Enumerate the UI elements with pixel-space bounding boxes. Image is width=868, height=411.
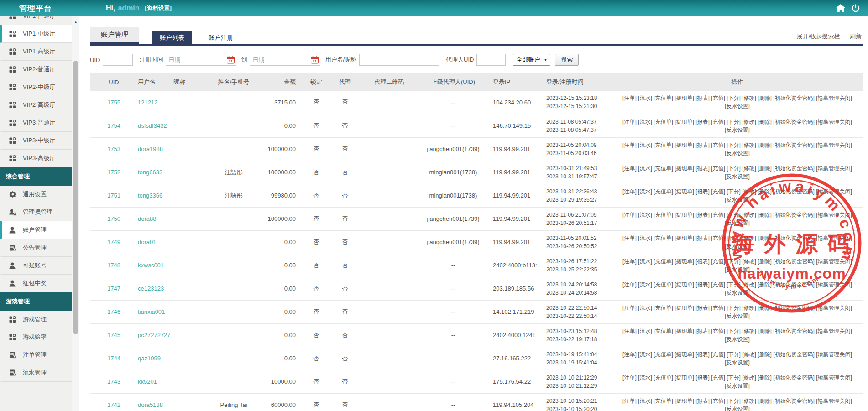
refresh-link[interactable]: 刷新	[850, 33, 862, 40]
op-link[interactable]: [注单]	[622, 95, 637, 101]
op-link[interactable]: [充值单]	[654, 398, 673, 404]
sidebar-item-通用设置[interactable]: 通用设置	[0, 186, 72, 203]
op-link[interactable]: [初始化资金密码]	[773, 305, 815, 311]
username-link[interactable]: tong6633	[138, 169, 162, 176]
op-link[interactable]: [输赢管理关闭]	[816, 258, 852, 265]
op-link[interactable]: [提现单]	[675, 375, 694, 381]
sidebar-item-VIP3-普通厅[interactable]: VIP3-普通厅	[0, 114, 72, 132]
op-link[interactable]: [报表]	[695, 375, 710, 381]
sidebar-item-VIP3-中级厅[interactable]: VIP3-中级厅	[0, 132, 72, 150]
op-link[interactable]: [流水]	[638, 398, 652, 404]
op-link[interactable]: [初始化资金密码]	[773, 95, 815, 101]
op-link[interactable]: [流水]	[638, 188, 652, 195]
op-link[interactable]: [下分]	[727, 281, 741, 288]
op-link[interactable]: [充值单]	[654, 305, 673, 311]
agent-uid-input[interactable]	[476, 54, 506, 66]
sidebar-item-VIP1-中级厅[interactable]: VIP1-中级厅	[0, 25, 72, 43]
op-link[interactable]: [初始化资金密码]	[773, 375, 815, 381]
op-link[interactable]: [下分]	[727, 119, 741, 125]
op-link[interactable]: [初始化资金密码]	[773, 398, 815, 404]
op-link[interactable]: [输赢管理关闭]	[816, 375, 852, 381]
op-link[interactable]: [反水设置]	[725, 127, 750, 133]
op-link[interactable]: [充值单]	[654, 351, 673, 358]
op-link[interactable]: [输赢管理关闭]	[816, 95, 852, 101]
tab-account-register[interactable]: 账户注册	[201, 31, 241, 44]
op-link[interactable]: [初始化资金密码]	[773, 165, 815, 172]
username-link[interactable]: dora01	[138, 239, 156, 245]
op-link[interactable]: [修改]	[742, 258, 756, 265]
op-link[interactable]: [反水设置]	[725, 150, 750, 156]
op-link[interactable]: [删除]	[758, 235, 772, 241]
op-link[interactable]: [反水设置]	[725, 313, 750, 319]
uid-link[interactable]: 1750	[107, 215, 120, 222]
op-link[interactable]: [初始化资金密码]	[773, 212, 815, 218]
op-link[interactable]: [充值]	[711, 398, 725, 404]
op-link[interactable]: [修改]	[742, 305, 756, 311]
op-link[interactable]: [充值]	[711, 142, 725, 148]
op-link[interactable]: [充值]	[711, 235, 725, 241]
op-link[interactable]: [提现单]	[675, 258, 694, 265]
op-link[interactable]: [注单]	[622, 235, 637, 241]
op-link[interactable]: [注单]	[622, 328, 637, 334]
uid-link[interactable]: 1747	[107, 285, 120, 292]
op-link[interactable]: [下分]	[727, 398, 741, 404]
op-link[interactable]: [删除]	[758, 119, 772, 125]
sidebar-scrollbar[interactable]: ▲	[72, 16, 79, 411]
op-link[interactable]: [提现单]	[675, 305, 694, 311]
op-link[interactable]: [输赢管理关闭]	[816, 281, 852, 288]
username-input[interactable]	[359, 54, 439, 66]
op-link[interactable]: [充值]	[711, 258, 725, 265]
op-link[interactable]: [下分]	[727, 305, 741, 311]
op-link[interactable]: [提现单]	[675, 235, 694, 241]
op-link[interactable]: [反水设置]	[725, 220, 750, 226]
op-link[interactable]: [充值]	[711, 95, 725, 101]
op-link[interactable]: [修改]	[742, 165, 756, 172]
op-link[interactable]: [注单]	[622, 281, 637, 288]
sidebar-item-红包中奖[interactable]: 红包中奖	[0, 275, 72, 292]
username-link[interactable]: 121212	[138, 99, 157, 106]
op-link[interactable]: [初始化资金密码]	[773, 258, 815, 265]
op-link[interactable]: [报表]	[695, 142, 710, 148]
op-link[interactable]: [提现单]	[675, 212, 694, 218]
op-link[interactable]: [充值单]	[654, 212, 673, 218]
op-link[interactable]: [流水]	[638, 258, 652, 265]
op-link[interactable]: [注单]	[622, 258, 637, 265]
uid-link[interactable]: 1743	[107, 378, 120, 385]
op-link[interactable]: [提现单]	[675, 165, 694, 172]
op-link[interactable]: [提现单]	[675, 281, 694, 288]
calendar-icon[interactable]: 31	[227, 56, 235, 65]
op-link[interactable]: [充值单]	[654, 235, 673, 241]
op-link[interactable]: [充值单]	[654, 258, 673, 265]
op-link[interactable]: [流水]	[638, 328, 652, 334]
op-link[interactable]: [删除]	[758, 281, 772, 288]
op-link[interactable]: [流水]	[638, 95, 652, 101]
search-button[interactable]: 搜索	[555, 54, 579, 66]
op-link[interactable]: [注单]	[622, 165, 637, 172]
sidebar-item-VIP2-普通厅[interactable]: VIP2-普通厅	[0, 61, 72, 78]
op-link[interactable]: [初始化资金密码]	[773, 351, 815, 358]
uid-link[interactable]: 1749	[107, 239, 120, 245]
op-link[interactable]: [修改]	[742, 235, 756, 241]
op-link[interactable]: [报表]	[695, 398, 710, 404]
sidebar-item-账户管理[interactable]: 账户管理	[0, 221, 72, 239]
op-link[interactable]: [反水设置]	[725, 383, 750, 389]
op-link[interactable]: [流水]	[638, 119, 652, 125]
op-link[interactable]: [修改]	[742, 212, 756, 218]
op-link[interactable]: [初始化资金密码]	[773, 119, 815, 125]
sidebar-item-可疑账号[interactable]: 可疑账号	[0, 257, 72, 275]
scrollbar-thumb[interactable]	[73, 61, 78, 334]
op-link[interactable]: [删除]	[758, 305, 772, 311]
op-link[interactable]: [注单]	[622, 212, 637, 218]
op-link[interactable]: [充值单]	[654, 95, 673, 101]
op-link[interactable]: [注单]	[622, 142, 637, 148]
op-link[interactable]: [流水]	[638, 351, 652, 358]
op-link[interactable]: [报表]	[695, 165, 710, 172]
sidebar-item-流水管理[interactable]: 流水管理	[0, 364, 72, 382]
op-link[interactable]: [下分]	[727, 142, 741, 148]
op-link[interactable]: [报表]	[695, 235, 710, 241]
username-link[interactable]: dora5188	[138, 401, 163, 408]
op-link[interactable]: [删除]	[758, 398, 772, 404]
power-icon[interactable]	[852, 4, 860, 12]
op-link[interactable]: [下分]	[727, 235, 741, 241]
op-link[interactable]: [输赢管理关闭]	[816, 235, 852, 241]
